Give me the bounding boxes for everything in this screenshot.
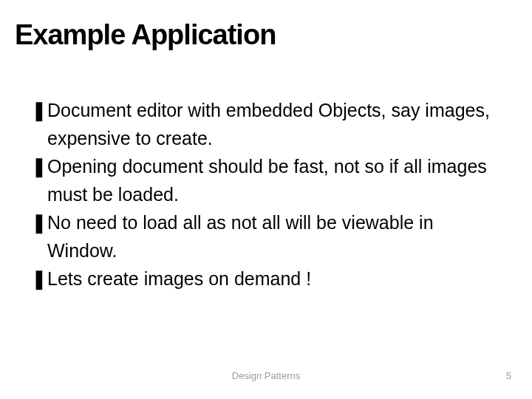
bullet-text: Lets create images on demand ! xyxy=(47,265,502,293)
page-number: 5 xyxy=(506,370,511,381)
list-item: ❚ Document editor with embedded Objects,… xyxy=(31,96,502,152)
list-item: ❚ No need to load all as not all will be… xyxy=(31,208,502,265)
bullet-list: ❚ Document editor with embedded Objects,… xyxy=(31,96,502,293)
bullet-text: Document editor with embedded Objects, s… xyxy=(47,96,502,152)
bullet-icon: ❚ xyxy=(31,208,47,236)
bullet-icon: ❚ xyxy=(31,265,47,293)
bullet-text: Opening document should be fast, not so … xyxy=(47,152,502,208)
footer-text: Design Patterns xyxy=(0,370,532,381)
list-item: ❚ Lets create images on demand ! xyxy=(31,265,502,293)
slide-title: Example Application xyxy=(15,21,517,50)
title-block: Example Application xyxy=(15,21,517,50)
list-item: ❚ Opening document should be fast, not s… xyxy=(31,152,502,208)
bullet-icon: ❚ xyxy=(31,96,47,124)
bullet-text: No need to load all as not all will be v… xyxy=(47,208,502,265)
bullet-icon: ❚ xyxy=(31,152,47,180)
